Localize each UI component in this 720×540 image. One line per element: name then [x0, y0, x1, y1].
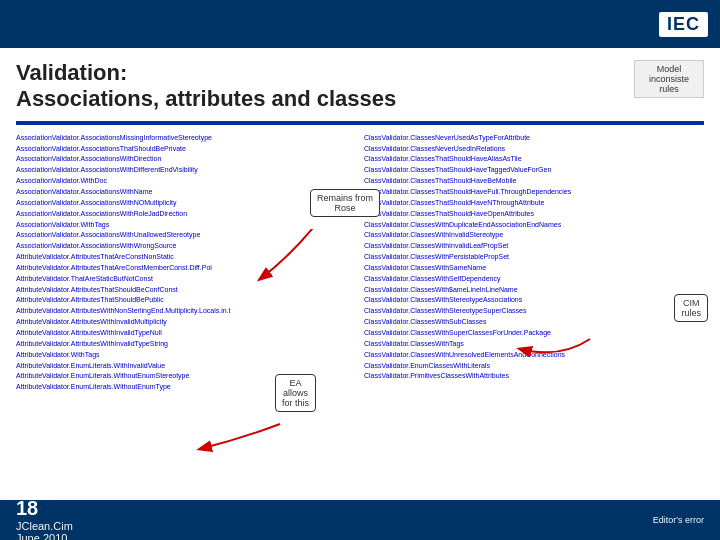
right-column: ClassValidator.ClassesNeverUsedAsTypeFor…	[364, 133, 704, 515]
left-validator-item: AttributeValidator.AttributesThatAreCons…	[16, 263, 356, 274]
title-main: Validation:	[16, 60, 396, 86]
annotation-remains: Remains from Rose	[310, 189, 380, 217]
right-validator-item: ClassValidator.ClassesWithStereotypeSupe…	[364, 306, 704, 317]
iec-logo: IEC	[659, 12, 708, 37]
right-validator-item: ClassValidator.ClassesThatShouldHaveNThr…	[364, 198, 704, 209]
left-validator-item: AttributeValidator.ThatAreStaticButNotCo…	[16, 274, 356, 285]
right-validator-item: ClassValidator.ClassesThatShouldHaveFull…	[364, 187, 704, 198]
right-validator-item: ClassValidator.ClassesThatShouldHaveAlia…	[364, 154, 704, 165]
left-validator-item: AssociationValidator.AssociationsWithNOM…	[16, 198, 356, 209]
right-validator-item: ClassValidator.ClassesWithInvalidStereot…	[364, 230, 704, 241]
right-validator-item: ClassValidator.ClassesWithDuplicateEndAs…	[364, 220, 704, 231]
left-validator-item: AssociationValidator.AssociationsWithRol…	[16, 209, 356, 220]
right-validator-item: ClassValidator.ClassesThatShouldHaveTagg…	[364, 165, 704, 176]
left-validator-item: AssociationValidator.AssociationsWithNam…	[16, 187, 356, 198]
page-number: 18	[16, 497, 38, 519]
right-validator-item: ClassValidator.ClassesNeverUsedInRelatio…	[364, 144, 704, 155]
right-validator-item: ClassValidator.ClassesWithPersistablePro…	[364, 252, 704, 263]
left-validator-item: AssociationValidator.WithTags	[16, 220, 356, 231]
header: IEC	[0, 0, 720, 48]
left-validator-item: AttributeValidator.AttributesWithNonSter…	[16, 306, 356, 317]
left-validator-item: AssociationValidator.AssociationsMissing…	[16, 133, 356, 144]
separator	[16, 121, 704, 125]
page-title: Validation: Associations, attributes and…	[16, 60, 396, 113]
left-column: AssociationValidator.AssociationsMissing…	[16, 133, 356, 515]
annotation-ea: EA allows for this	[275, 374, 316, 412]
left-validator-item: AttributeValidator.AttributesThatShouldB…	[16, 285, 356, 296]
right-validator-item: ClassValidator.ClassesWithUnresolvedElem…	[364, 350, 704, 361]
model-inconsistencies-box: Model inconsiste rules	[634, 60, 704, 98]
left-validator-item: AssociationValidator.AssociationsWithUna…	[16, 230, 356, 241]
left-validator-item: AttributeValidator.EnumLiterals.WithInva…	[16, 361, 356, 372]
right-validator-item: ClassValidator.ClassesWithStereotypeAsso…	[364, 295, 704, 306]
left-validator-item: AttributeValidator.AttributesWithInvalid…	[16, 328, 356, 339]
left-validator-item: AssociationValidator.AssociationsWithDir…	[16, 154, 356, 165]
right-validator-item: ClassValidator.EnumClassesWithLiterals	[364, 361, 704, 372]
right-validator-item: ClassValidator.PrimitivesClassesWithAttr…	[364, 371, 704, 382]
footer: 18 JClean.Cim June 2010 Editor's error	[0, 500, 720, 540]
title-area: Validation: Associations, attributes and…	[0, 48, 720, 117]
footer-date: June 2010	[16, 532, 67, 541]
right-validator-item: ClassValidator.ClassesNeverUsedAsTypeFor…	[364, 133, 704, 144]
footer-org: JClean.Cim	[16, 520, 73, 532]
right-validator-item: ClassValidator.ClassesWithSuperClassesFo…	[364, 328, 704, 339]
left-validator-item: AssociationValidator.AssociationsWithWro…	[16, 241, 356, 252]
right-validator-item: ClassValidator.ClassesWithInvalidLeafPro…	[364, 241, 704, 252]
left-validator-item: AssociationValidator.AssociationsWithDif…	[16, 165, 356, 176]
footer-right: Editor's error	[653, 515, 704, 525]
right-validator-item: ClassValidator.ClassesWithSameName	[364, 263, 704, 274]
left-validator-item: AttributeValidator.WithTags	[16, 350, 356, 361]
right-validator-item: ClassValidator.ClassesThatShouldHaveBeMo…	[364, 176, 704, 187]
title-sub: Associations, attributes and classes	[16, 86, 396, 112]
left-validator-item: AttributeValidator.AttributesThatShouldB…	[16, 295, 356, 306]
left-validator-item: AttributeValidator.AttributesThatAreCons…	[16, 252, 356, 263]
left-validator-item: AttributeValidator.AttributesWithInvalid…	[16, 339, 356, 350]
left-validator-item: AssociationValidator.AssociationsThatSho…	[16, 144, 356, 155]
right-validator-item: ClassValidator.ClassesWithTags	[364, 339, 704, 350]
right-validator-item: ClassValidator.ClassesThatShouldHaveOpen…	[364, 209, 704, 220]
right-validator-item: ClassValidator.ClassesWithSubClasses	[364, 317, 704, 328]
main-content: AssociationValidator.AssociationsMissing…	[0, 129, 720, 519]
footer-left: 18 JClean.Cim June 2010	[16, 497, 73, 541]
right-validator-item: ClassValidator.ClassesWithSelfDependency	[364, 274, 704, 285]
annotation-cim: CIM rules	[674, 294, 708, 322]
left-validator-item: AttributeValidator.AttributesWithInvalid…	[16, 317, 356, 328]
footer-label: Editor's error	[653, 515, 704, 525]
right-validator-item: ClassValidator.ClassesWith$ameLineInLine…	[364, 285, 704, 296]
left-validator-item: AssociationValidator.WithDoc	[16, 176, 356, 187]
